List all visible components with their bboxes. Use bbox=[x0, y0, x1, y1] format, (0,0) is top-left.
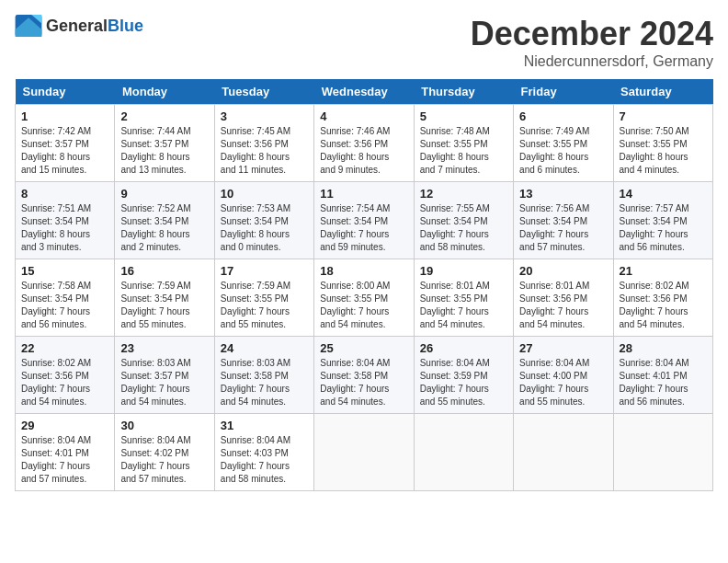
day-number: 28 bbox=[620, 341, 707, 355]
calendar-cell: 21Sunrise: 8:02 AMSunset: 3:56 PMDayligh… bbox=[613, 259, 712, 337]
calendar-cell: 9Sunrise: 7:52 AMSunset: 3:54 PMDaylight… bbox=[115, 182, 214, 259]
day-info: Sunrise: 8:03 AMSunset: 3:58 PMDaylight:… bbox=[221, 357, 308, 408]
logo-icon bbox=[15, 15, 42, 37]
day-info: Sunrise: 7:53 AMSunset: 3:54 PMDaylight:… bbox=[221, 202, 308, 254]
day-number: 31 bbox=[221, 419, 308, 432]
calendar-day-header: Wednesday bbox=[314, 79, 414, 105]
calendar-cell: 1Sunrise: 7:42 AMSunset: 3:57 PMDaylight… bbox=[16, 105, 115, 182]
day-info: Sunrise: 8:04 AMSunset: 3:59 PMDaylight:… bbox=[420, 357, 507, 408]
title-section: December 2024 Niedercunnersdorf, Germany bbox=[471, 15, 713, 70]
day-info: Sunrise: 7:44 AMSunset: 3:57 PMDaylight:… bbox=[120, 125, 208, 177]
calendar-week-row: 15Sunrise: 7:58 AMSunset: 3:54 PMDayligh… bbox=[16, 259, 713, 337]
day-info: Sunrise: 8:02 AMSunset: 3:56 PMDaylight:… bbox=[620, 280, 707, 331]
day-number: 25 bbox=[320, 341, 407, 355]
day-number: 5 bbox=[420, 109, 507, 123]
calendar-cell bbox=[613, 414, 712, 491]
calendar-cell: 18Sunrise: 8:00 AMSunset: 3:55 PMDayligh… bbox=[314, 259, 414, 337]
calendar-body: 1Sunrise: 7:42 AMSunset: 3:57 PMDaylight… bbox=[16, 105, 713, 491]
day-info: Sunrise: 7:59 AMSunset: 3:55 PMDaylight:… bbox=[221, 280, 308, 331]
calendar-cell bbox=[414, 414, 513, 491]
calendar-cell: 12Sunrise: 7:55 AMSunset: 3:54 PMDayligh… bbox=[414, 182, 513, 259]
calendar-cell: 26Sunrise: 8:04 AMSunset: 3:59 PMDayligh… bbox=[414, 337, 513, 414]
calendar-cell bbox=[514, 414, 613, 491]
day-number: 30 bbox=[120, 419, 208, 432]
day-info: Sunrise: 7:58 AMSunset: 3:54 PMDaylight:… bbox=[21, 280, 108, 331]
day-number: 11 bbox=[320, 187, 407, 201]
main-title: December 2024 bbox=[471, 15, 713, 53]
day-info: Sunrise: 8:03 AMSunset: 3:57 PMDaylight:… bbox=[120, 357, 208, 408]
header: GeneralBlue December 2024 Niedercunnersd… bbox=[15, 15, 713, 70]
day-number: 17 bbox=[221, 264, 308, 278]
day-number: 1 bbox=[21, 109, 108, 123]
calendar-cell: 8Sunrise: 7:51 AMSunset: 3:54 PMDaylight… bbox=[16, 182, 115, 259]
day-number: 22 bbox=[21, 341, 108, 355]
day-info: Sunrise: 8:04 AMSunset: 4:02 PMDaylight:… bbox=[120, 434, 208, 486]
calendar-cell: 7Sunrise: 7:50 AMSunset: 3:55 PMDaylight… bbox=[613, 105, 712, 182]
day-number: 13 bbox=[519, 187, 607, 201]
calendar-cell: 2Sunrise: 7:44 AMSunset: 3:57 PMDaylight… bbox=[115, 105, 214, 182]
logo-general: General bbox=[46, 17, 108, 35]
calendar-cell: 14Sunrise: 7:57 AMSunset: 3:54 PMDayligh… bbox=[613, 182, 712, 259]
calendar-cell bbox=[314, 414, 414, 491]
calendar-cell: 29Sunrise: 8:04 AMSunset: 4:01 PMDayligh… bbox=[16, 414, 115, 491]
day-info: Sunrise: 8:01 AMSunset: 3:55 PMDaylight:… bbox=[420, 280, 507, 331]
calendar-cell: 10Sunrise: 7:53 AMSunset: 3:54 PMDayligh… bbox=[214, 182, 313, 259]
day-info: Sunrise: 7:42 AMSunset: 3:57 PMDaylight:… bbox=[21, 125, 108, 177]
calendar-day-header: Monday bbox=[115, 79, 214, 105]
day-info: Sunrise: 7:48 AMSunset: 3:55 PMDaylight:… bbox=[420, 125, 507, 177]
calendar-week-row: 22Sunrise: 8:02 AMSunset: 3:56 PMDayligh… bbox=[16, 337, 713, 414]
day-number: 12 bbox=[420, 187, 507, 201]
day-info: Sunrise: 7:45 AMSunset: 3:56 PMDaylight:… bbox=[221, 125, 308, 177]
calendar-cell: 15Sunrise: 7:58 AMSunset: 3:54 PMDayligh… bbox=[16, 259, 115, 337]
calendar-cell: 25Sunrise: 8:04 AMSunset: 3:58 PMDayligh… bbox=[314, 337, 414, 414]
day-number: 6 bbox=[519, 109, 607, 123]
calendar-cell: 3Sunrise: 7:45 AMSunset: 3:56 PMDaylight… bbox=[214, 105, 313, 182]
calendar-cell: 23Sunrise: 8:03 AMSunset: 3:57 PMDayligh… bbox=[115, 337, 214, 414]
day-info: Sunrise: 8:04 AMSunset: 4:00 PMDaylight:… bbox=[519, 357, 607, 408]
calendar-day-header: Friday bbox=[514, 79, 613, 105]
calendar-cell: 28Sunrise: 8:04 AMSunset: 4:01 PMDayligh… bbox=[613, 337, 712, 414]
calendar-cell: 31Sunrise: 8:04 AMSunset: 4:03 PMDayligh… bbox=[214, 414, 313, 491]
day-number: 8 bbox=[21, 187, 108, 201]
day-number: 4 bbox=[320, 109, 407, 123]
calendar-cell: 22Sunrise: 8:02 AMSunset: 3:56 PMDayligh… bbox=[16, 337, 115, 414]
day-number: 20 bbox=[519, 264, 607, 278]
calendar-week-row: 29Sunrise: 8:04 AMSunset: 4:01 PMDayligh… bbox=[16, 414, 713, 491]
day-info: Sunrise: 7:54 AMSunset: 3:54 PMDaylight:… bbox=[320, 202, 407, 254]
calendar-cell: 24Sunrise: 8:03 AMSunset: 3:58 PMDayligh… bbox=[214, 337, 313, 414]
day-number: 26 bbox=[420, 341, 507, 355]
day-info: Sunrise: 7:49 AMSunset: 3:55 PMDaylight:… bbox=[519, 125, 607, 177]
day-info: Sunrise: 8:04 AMSunset: 4:03 PMDaylight:… bbox=[221, 434, 308, 486]
calendar-cell: 4Sunrise: 7:46 AMSunset: 3:56 PMDaylight… bbox=[314, 105, 414, 182]
calendar-cell: 20Sunrise: 8:01 AMSunset: 3:56 PMDayligh… bbox=[514, 259, 613, 337]
day-number: 3 bbox=[221, 109, 308, 123]
calendar-week-row: 1Sunrise: 7:42 AMSunset: 3:57 PMDaylight… bbox=[16, 105, 713, 182]
day-number: 10 bbox=[221, 187, 308, 201]
day-number: 23 bbox=[120, 341, 208, 355]
calendar-header-row: SundayMondayTuesdayWednesdayThursdayFrid… bbox=[16, 79, 713, 105]
day-info: Sunrise: 8:02 AMSunset: 3:56 PMDaylight:… bbox=[21, 357, 108, 408]
calendar-cell: 13Sunrise: 7:56 AMSunset: 3:54 PMDayligh… bbox=[514, 182, 613, 259]
calendar-day-header: Thursday bbox=[414, 79, 513, 105]
calendar-day-header: Saturday bbox=[613, 79, 712, 105]
day-info: Sunrise: 7:59 AMSunset: 3:54 PMDaylight:… bbox=[120, 280, 208, 331]
day-number: 14 bbox=[620, 187, 707, 201]
day-number: 21 bbox=[620, 264, 707, 278]
calendar-cell: 6Sunrise: 7:49 AMSunset: 3:55 PMDaylight… bbox=[514, 105, 613, 182]
calendar-cell: 16Sunrise: 7:59 AMSunset: 3:54 PMDayligh… bbox=[115, 259, 214, 337]
calendar-cell: 27Sunrise: 8:04 AMSunset: 4:00 PMDayligh… bbox=[514, 337, 613, 414]
logo: GeneralBlue bbox=[15, 15, 143, 37]
day-info: Sunrise: 7:46 AMSunset: 3:56 PMDaylight:… bbox=[320, 125, 407, 177]
day-number: 19 bbox=[420, 264, 507, 278]
day-info: Sunrise: 7:55 AMSunset: 3:54 PMDaylight:… bbox=[420, 202, 507, 254]
day-info: Sunrise: 8:01 AMSunset: 3:56 PMDaylight:… bbox=[519, 280, 607, 331]
logo-text: GeneralBlue bbox=[46, 17, 143, 36]
day-number: 7 bbox=[620, 109, 707, 123]
day-info: Sunrise: 7:50 AMSunset: 3:55 PMDaylight:… bbox=[620, 125, 707, 177]
calendar-cell: 11Sunrise: 7:54 AMSunset: 3:54 PMDayligh… bbox=[314, 182, 414, 259]
day-number: 2 bbox=[120, 109, 208, 123]
calendar-week-row: 8Sunrise: 7:51 AMSunset: 3:54 PMDaylight… bbox=[16, 182, 713, 259]
day-number: 24 bbox=[221, 341, 308, 355]
logo-blue: Blue bbox=[108, 17, 143, 35]
calendar-cell: 5Sunrise: 7:48 AMSunset: 3:55 PMDaylight… bbox=[414, 105, 513, 182]
